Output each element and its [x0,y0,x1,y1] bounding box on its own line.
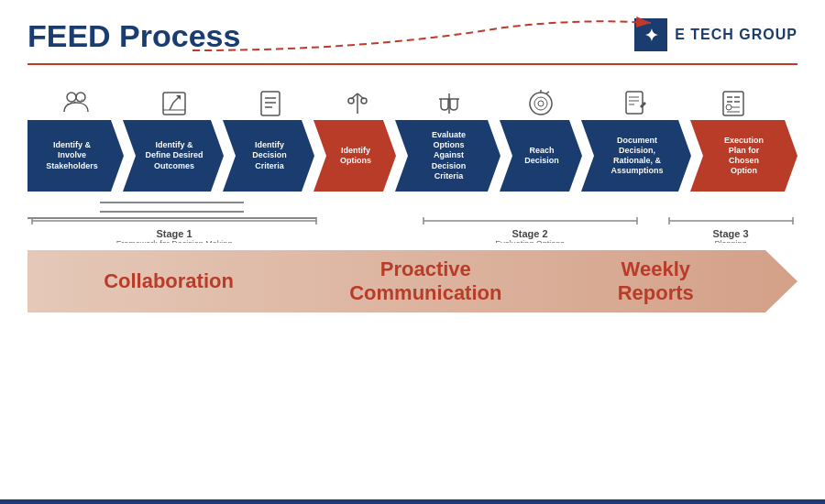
svg-line-8 [170,103,173,110]
svg-point-24 [538,101,544,106]
icon-execution [688,90,779,117]
page: FEED Process ✦ E TECH GROUP [0,0,825,504]
svg-point-23 [534,97,547,110]
icon-criteria [225,90,316,117]
svg-point-4 [76,93,85,102]
bottom-arrow-bg: Collaboration ProactiveCommunication Wee… [28,250,798,312]
icon-decision [500,90,582,117]
stages-row [28,196,798,219]
svg-text:Stage 1: Stage 1 [156,228,192,239]
header: FEED Process ✦ E TECH GROUP [28,18,798,54]
logo: ✦ E TECH GROUP [634,18,798,51]
icon-options [316,90,399,117]
chevron-criteria: IdentifyDecisionCriteria [223,120,314,192]
chevron-document: DocumentDecision,Rationale, &Assumptions [581,120,691,192]
svg-rect-27 [626,92,643,114]
title-underline [28,63,798,65]
svg-rect-11 [261,92,280,115]
bottom-arrow-section: Collaboration ProactiveCommunication Wee… [28,250,798,316]
chevron-decision: ReachDecision [500,120,582,192]
svg-text:Planning: Planning [714,239,746,243]
label-collaboration: Collaboration [104,269,234,293]
label-weekly: WeeklyReports [618,257,694,305]
svg-text:Evaluating Options: Evaluating Options [495,239,565,243]
stage-brackets: Stage 1 Framework for Decision Making St… [28,217,798,243]
chevron-outcomes: Identify &Define DesiredOutcomes [123,120,224,192]
svg-rect-6 [163,93,185,115]
bottom-line [0,499,825,504]
svg-text:✦: ✦ [644,27,658,45]
svg-line-9 [173,97,179,103]
svg-line-26 [546,92,549,93]
label-proactive: ProactiveCommunication [349,257,501,305]
icon-outcomes [124,90,225,117]
logo-text: E TECH GROUP [675,27,798,43]
icon-stakeholders [28,90,124,117]
svg-point-22 [530,93,552,115]
icon-document [582,90,688,117]
icon-evaluate [399,90,500,117]
stage1-label [28,196,316,219]
logo-icon: ✦ [634,18,667,51]
svg-point-3 [67,93,76,102]
svg-text:Framework for Decision Making: Framework for Decision Making [116,239,233,243]
chevron-execution: ExecutionPlan forChosenOption [690,120,798,192]
process-bar: Identify &InvolveStakeholders Identify &… [28,120,798,192]
svg-point-36 [726,104,732,110]
page-title: FEED Process [28,18,240,54]
icons-row [28,79,798,117]
chevron-stakeholders: Identify &InvolveStakeholders [28,120,124,192]
chevron-evaluate: EvaluateOptionsAgainstDecisionCriteria [395,120,500,192]
chevron-options: IdentifyOptions [314,120,396,192]
svg-text:Stage 3: Stage 3 [712,228,748,239]
svg-text:Stage 2: Stage 2 [512,228,547,239]
